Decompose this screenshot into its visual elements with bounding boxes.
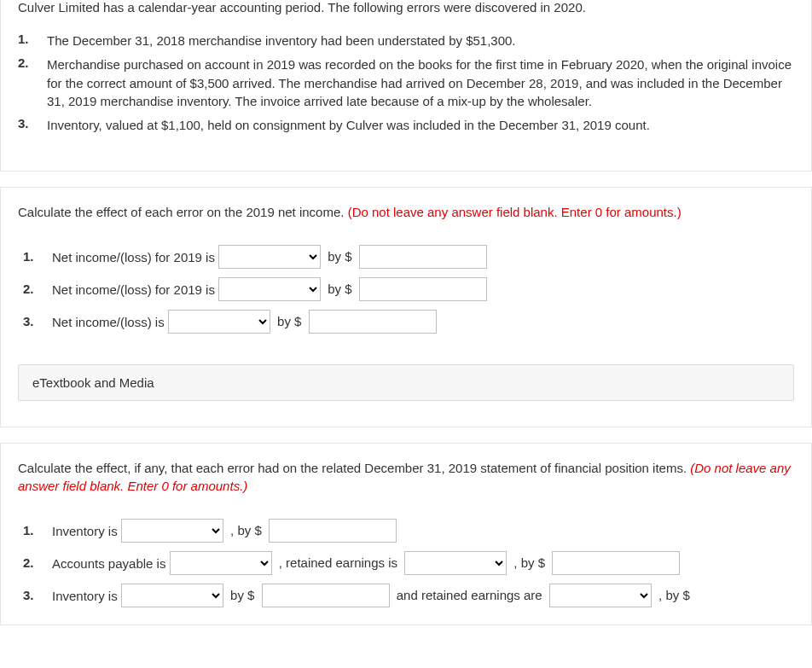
amount-input[interactable] [262,584,390,607]
question-num: 2. [23,551,52,575]
by-label: by $ [328,282,351,296]
amount-input[interactable] [309,310,437,334]
instr-text: Calculate the effect of each error on th… [18,205,348,219]
direction-select[interactable] [404,551,507,575]
section-a-questions: 1. Net income/(loss) for 2019 is by $ 2.… [23,236,487,342]
amount-input[interactable] [359,277,487,301]
direction-select[interactable] [121,519,223,543]
question-row: 1. Inventory is , by $ [23,519,693,543]
etextbook-button[interactable]: eTextbook and Media [18,364,794,401]
fact-num: 1. [18,32,47,50]
fact-item: 3. Inventory, valued at $1,100, held on … [18,116,794,135]
instr-text: Calculate the effect, if any, that each … [18,461,690,475]
question-row: 2. Accounts payable is , retained earnin… [23,551,693,575]
mid-label: , retained earnings is [279,555,397,570]
question-label: Inventory is [52,523,118,537]
question-label: Net income/(loss) for 2019 is [52,249,215,264]
question-row: 1. Net income/(loss) for 2019 is by $ [23,245,487,269]
by-label: , by $ [513,555,545,570]
by-label: , by $ [230,523,262,537]
direction-select[interactable] [218,245,321,269]
mid-label: and retained earnings are [397,588,542,602]
direction-select[interactable] [170,551,272,575]
direction-select[interactable] [218,277,321,301]
direction-select[interactable] [121,584,223,607]
fact-num: 3. [18,116,47,135]
by-label: by $ [277,314,301,328]
section-a-instructions: Calculate the effect of each error on th… [18,203,794,221]
fact-text: The December 31, 2018 merchandise invent… [47,32,794,50]
instr-warning: (Do not leave any answer field blank. En… [348,205,682,219]
question-row: 2. Net income/(loss) for 2019 is by $ [23,277,487,301]
question-num: 3. [23,584,52,607]
amount-input[interactable] [359,245,487,269]
intro-text: Culver Limited has a calendar-year accou… [18,0,794,15]
question-label: Accounts payable is [52,555,165,570]
question-label: Net income/(loss) for 2019 is [52,282,215,296]
amount-input[interactable] [269,519,397,543]
fact-item: 2. Merchandise purchased on account in 2… [18,55,794,111]
problem-panel: Culver Limited has a calendar-year accou… [0,0,812,171]
facts-list: 1. The December 31, 2018 merchandise inv… [18,26,794,140]
question-num: 2. [23,277,52,301]
question-num: 3. [23,310,52,334]
question-label: Net income/(loss) is [52,314,165,328]
question-num: 1. [23,245,52,269]
by-label: by $ [230,588,254,602]
fact-item: 1. The December 31, 2018 merchandise inv… [18,32,794,50]
section-b-instructions: Calculate the effect, if any, that each … [18,459,794,495]
by-label: by $ [328,249,351,264]
direction-select[interactable] [549,584,652,607]
section-b-panel: Calculate the effect, if any, that each … [0,443,812,625]
by-label: , by $ [658,588,690,602]
fact-text: Merchandise purchased on account in 2019… [47,55,794,111]
question-label: Inventory is [52,588,118,602]
section-b-questions: 1. Inventory is , by $ 2. Accounts payab… [23,510,693,616]
section-a-panel: Calculate the effect of each error on th… [0,187,812,427]
question-row: 3. Inventory is by $ and retained earnin… [23,584,693,607]
fact-num: 2. [18,55,47,111]
question-num: 1. [23,519,52,543]
fact-text: Inventory, valued at $1,100, held on con… [47,116,794,135]
direction-select[interactable] [168,310,270,334]
amount-input[interactable] [552,551,680,575]
question-row: 3. Net income/(loss) is by $ [23,310,487,334]
